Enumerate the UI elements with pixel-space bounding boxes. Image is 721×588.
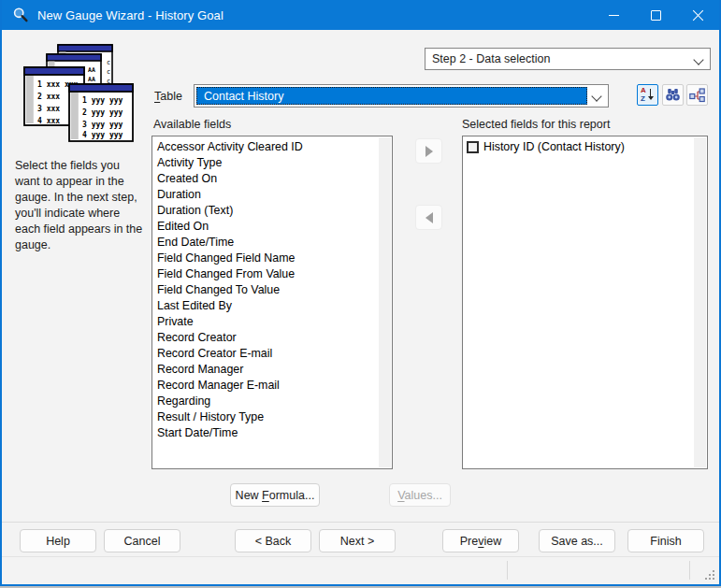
table-dropdown-selection: Contact History	[196, 87, 587, 105]
svg-text:c: c	[107, 68, 110, 76]
svg-text:c: c	[107, 59, 110, 66]
list-item[interactable]: History ID (Contact History)	[464, 138, 694, 155]
table-dropdown[interactable]: Contact History	[194, 84, 609, 108]
list-item[interactable]: Duration (Text)	[153, 203, 379, 219]
chevron-down-icon	[693, 54, 703, 65]
list-item[interactable]: Accessor Activity Cleared ID	[153, 139, 379, 155]
sort-az-button[interactable]: A Z	[637, 84, 658, 106]
list-item[interactable]: Record Creator	[153, 330, 379, 346]
list-item[interactable]: End Date/Time	[153, 235, 379, 251]
chevron-down-icon	[591, 91, 601, 101]
available-fields-label: Available fields	[153, 118, 231, 131]
scrollbar[interactable]	[379, 137, 391, 467]
footer-separator	[2, 522, 719, 523]
list-item[interactable]: Last Edited By	[153, 298, 379, 314]
find-field-button[interactable]	[662, 84, 684, 106]
svg-text:3 xxx: 3 xxx	[37, 105, 60, 113]
list-item[interactable]: Record Creator E-mail	[153, 346, 379, 362]
maximize-button[interactable]	[635, 0, 677, 30]
dialog-window: New Gauge Wizard - History Goal c c c AA…	[0, 0, 721, 586]
list-item[interactable]: Record Manager E-mail	[153, 378, 379, 394]
step-selector-value: Step 2 - Data selection	[425, 52, 550, 65]
svg-text:3 yyy yyy: 3 yyy yyy	[82, 121, 123, 129]
binoculars-icon	[665, 88, 681, 102]
list-item[interactable]: Activity Type	[153, 155, 379, 171]
next-button[interactable]: Next >	[319, 529, 396, 552]
svg-text:1 yyy yyy: 1 yyy yyy	[82, 96, 123, 105]
selected-fields-label: Selected fields for this report	[462, 118, 610, 131]
move-left-button[interactable]	[415, 205, 442, 230]
magnifier-icon	[12, 7, 29, 23]
resize-grip[interactable]	[704, 569, 715, 581]
list-item[interactable]: Start Date/Time	[153, 425, 379, 441]
field-checkbox[interactable]	[467, 141, 479, 153]
list-item[interactable]: Duration	[153, 187, 379, 203]
instruction-text: Select the fields you want to appear in …	[15, 158, 144, 253]
back-button[interactable]: < Back	[235, 529, 311, 552]
preview-button[interactable]: Preview	[442, 529, 519, 552]
minimize-button[interactable]	[593, 0, 635, 30]
step-selector-dropdown[interactable]: Step 2 - Data selection	[425, 48, 711, 70]
list-item[interactable]: Field Changed To Value	[153, 282, 379, 298]
list-item[interactable]: Regarding	[153, 394, 379, 409]
list-item[interactable]: Edited On	[153, 219, 379, 235]
list-item[interactable]: Record Manager	[153, 362, 379, 378]
status-bar	[2, 556, 719, 584]
list-item[interactable]: Private	[153, 314, 379, 330]
move-right-button[interactable]	[415, 138, 442, 164]
minimize-icon	[609, 15, 619, 16]
help-button[interactable]: Help	[20, 529, 96, 552]
svg-text:4 yyy yyy: 4 yyy yyy	[82, 131, 123, 139]
table-label: Table	[154, 90, 182, 103]
cancel-button[interactable]: Cancel	[104, 529, 180, 552]
svg-text:AA: AA	[88, 76, 95, 83]
svg-text:2 xxx: 2 xxx	[37, 93, 60, 101]
table-relationship-icon	[689, 88, 705, 103]
sort-az-icon: A Z	[640, 87, 656, 103]
new-formula-button[interactable]: New Formula...	[230, 483, 320, 507]
status-divider	[689, 561, 690, 580]
table-dropdown-value: Contact History	[197, 90, 283, 103]
close-button[interactable]	[677, 0, 719, 30]
list-item[interactable]: Field Changed Field Name	[153, 251, 379, 266]
svg-text:4 xxx: 4 xxx	[37, 117, 60, 125]
available-fields-list: Accessor Activity Cleared ID Activity Ty…	[151, 136, 393, 469]
list-item[interactable]: Created On	[153, 171, 379, 187]
list-item[interactable]: Result / History Type	[153, 409, 379, 425]
svg-text:AA: AA	[88, 66, 95, 74]
selected-fields-items: History ID (Contact History)	[464, 138, 694, 155]
selected-fields-list: History ID (Contact History)	[462, 136, 708, 469]
svg-text:2 yyy yyy: 2 yyy yyy	[82, 108, 123, 117]
window-title: New Gauge Wizard - History Goal	[37, 8, 224, 22]
table-relationship-button[interactable]	[686, 84, 708, 106]
arrow-left-icon	[425, 212, 433, 223]
close-icon	[692, 9, 704, 22]
scrollbar[interactable]	[694, 137, 706, 467]
maximize-icon	[651, 10, 661, 21]
arrow-right-icon	[425, 146, 433, 157]
caption-buttons	[593, 0, 719, 30]
title-bar: New Gauge Wizard - History Goal	[2, 0, 719, 30]
values-button: Values...	[389, 483, 451, 507]
stacked-report-windows-graphic: c c c AA AA 1 xxx xxx 2 xxx 3 xxx 4 xxx	[15, 44, 138, 143]
available-fields-items: Accessor Activity Cleared ID Activity Ty…	[153, 139, 379, 441]
status-divider	[507, 561, 508, 580]
save-as-button[interactable]: Save as...	[539, 529, 615, 552]
finish-button[interactable]: Finish	[627, 529, 704, 552]
list-item[interactable]: Field Changed From Value	[153, 266, 379, 282]
